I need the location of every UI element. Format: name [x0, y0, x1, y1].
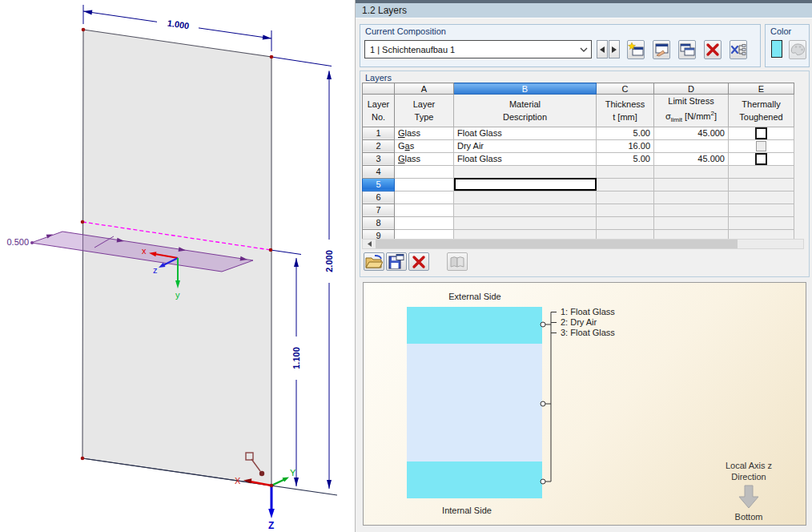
axis-direction-arrow-icon: [739, 486, 758, 508]
cell-material[interactable]: [454, 216, 597, 229]
cell-material[interactable]: [454, 165, 597, 178]
cell-limit-stress[interactable]: [654, 204, 729, 216]
layers-dialog-panel: 1.2 Layers Current Composition 1 | Schic…: [355, 0, 812, 532]
cell-material[interactable]: Float Glass: [454, 152, 597, 165]
local-axis-note-line2: Direction: [731, 472, 766, 482]
dim-partial-label: 1.100: [291, 347, 301, 369]
cell-layer-type[interactable]: [395, 178, 454, 191]
cell-limit-stress[interactable]: [654, 216, 729, 229]
cell-limit-stress[interactable]: [654, 139, 729, 152]
row-number[interactable]: 3: [363, 152, 395, 165]
cell-layer-type[interactable]: [395, 204, 454, 216]
table-row: 4: [363, 165, 794, 178]
cell-layer-type[interactable]: Glass: [395, 152, 454, 165]
cell-toughened: [729, 152, 794, 165]
local-axis-x-label: x: [142, 246, 147, 256]
cell-toughened: [729, 216, 794, 229]
cell-layer-type[interactable]: [395, 216, 454, 229]
model-viewport[interactable]: 1.000 2.000 1.100 0.500 x z y: [0, 0, 355, 532]
table-row: 8: [363, 216, 794, 229]
legend-item-1: 1: Float Glass: [561, 307, 615, 316]
cell-thickness[interactable]: 16.00: [597, 139, 654, 152]
dimension-height: [271, 57, 332, 489]
scrollbar-thumb[interactable]: [376, 240, 738, 248]
delete-layers-button[interactable]: [408, 252, 429, 271]
new-composition-button[interactable]: [627, 40, 645, 59]
next-composition-button[interactable]: [609, 40, 620, 58]
column-header-d[interactable]: D: [654, 83, 729, 95]
dim-arrow: [83, 10, 92, 15]
row-number[interactable]: 7: [363, 204, 395, 216]
cell-limit-stress[interactable]: 45.000: [654, 127, 729, 139]
delete-x-icon: [705, 42, 720, 57]
scroll-left-icon[interactable]: [363, 240, 376, 248]
cell-material[interactable]: [454, 191, 597, 204]
cell-thickness[interactable]: 5.00: [597, 152, 654, 165]
toughened-checkbox[interactable]: [755, 153, 767, 165]
copy-composition-button[interactable]: [678, 40, 696, 59]
dim-section-label: 0.500: [6, 237, 29, 247]
cell-layer-type[interactable]: [395, 165, 454, 178]
cell-thickness[interactable]: [597, 191, 654, 204]
composition-preview: External Side Internal Side 1: Float Gla…: [363, 282, 806, 526]
cell-limit-stress[interactable]: [654, 165, 729, 178]
table-corner-cell[interactable]: [363, 83, 395, 95]
cell-layer-type[interactable]: Gas: [395, 139, 454, 152]
save-layers-button[interactable]: [386, 252, 407, 271]
cell-layer-type[interactable]: Glass: [395, 127, 454, 139]
new-window-icon: [628, 42, 644, 57]
chevron-down-icon: [577, 47, 591, 52]
row-number[interactable]: 1: [363, 127, 395, 139]
cell-limit-stress[interactable]: [654, 178, 729, 191]
arrow-right-icon: [612, 46, 617, 53]
delete-composition-button[interactable]: [704, 40, 722, 59]
row-number[interactable]: 2: [363, 139, 395, 152]
library-button[interactable]: [447, 252, 468, 271]
axis-bottom-label: Bottom: [735, 512, 763, 522]
cell-limit-stress[interactable]: [654, 191, 729, 204]
delete-all-compositions-button[interactable]: [730, 40, 747, 59]
local-axis-y-label: y: [175, 290, 180, 300]
table-horizontal-scrollbar[interactable]: [362, 239, 804, 249]
cell-material[interactable]: [454, 204, 597, 216]
legend-item-3: 3: Float Glass: [561, 328, 615, 337]
column-header-e[interactable]: E: [729, 83, 794, 95]
row-number-selected[interactable]: 5: [363, 178, 395, 191]
layer-band-glass-2: [407, 461, 542, 498]
table-row: 1 Glass Float Glass 5.00 45.000: [363, 127, 794, 139]
global-axis-z-label: Z: [268, 520, 274, 531]
cell-material[interactable]: Float Glass: [454, 127, 597, 139]
cell-toughened: [729, 191, 794, 204]
cell-thickness[interactable]: [597, 204, 654, 216]
cell-material-selected[interactable]: [454, 178, 597, 191]
save-floppy-icon: [388, 254, 404, 269]
column-header-a[interactable]: A: [395, 83, 454, 95]
row-number[interactable]: 8: [363, 216, 395, 229]
previous-composition-button[interactable]: [597, 40, 608, 58]
table-row-selected: 5: [363, 178, 794, 191]
composition-color-swatch[interactable]: [771, 40, 782, 58]
cell-material[interactable]: Dry Air: [454, 139, 597, 152]
rename-composition-button[interactable]: [653, 40, 670, 59]
cell-limit-stress[interactable]: 45.000: [654, 152, 729, 165]
row-number[interactable]: 4: [363, 165, 395, 178]
column-header-b[interactable]: B: [454, 83, 597, 95]
external-side-label: External Side: [448, 292, 500, 301]
cell-thickness[interactable]: [597, 165, 654, 178]
composition-combobox-value: 1 | Schichtenaufbau 1: [365, 45, 577, 54]
dim-height-label: 2.000: [324, 250, 334, 272]
cell-thickness[interactable]: [597, 216, 654, 229]
column-header-c[interactable]: C: [597, 83, 654, 95]
toughened-checkbox[interactable]: [755, 127, 767, 139]
composition-combobox[interactable]: 1 | Schichtenaufbau 1: [364, 40, 592, 58]
cell-thickness[interactable]: 5.00: [597, 127, 654, 139]
row-number[interactable]: 6: [363, 191, 395, 204]
color-palette-button[interactable]: [789, 40, 806, 59]
cell-thickness[interactable]: [597, 178, 654, 191]
header-thermally-toughened: ThermallyToughened: [729, 95, 794, 127]
table-row: 7: [363, 204, 794, 216]
table-header-row: LayerNo. LayerType MaterialDescription T…: [363, 95, 794, 127]
import-layers-button[interactable]: [364, 252, 384, 271]
cell-layer-type[interactable]: [395, 191, 454, 204]
dim-arrow: [327, 71, 332, 79]
